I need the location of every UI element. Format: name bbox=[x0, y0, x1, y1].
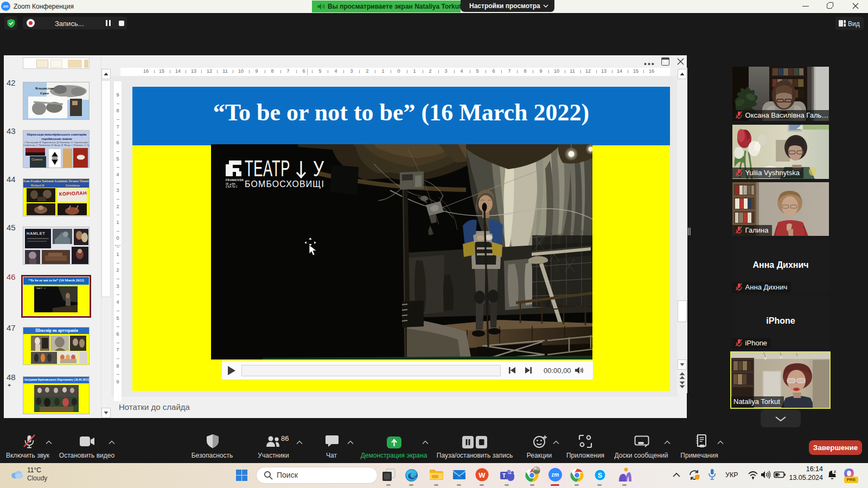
svg-text:FRANKIVSK: FRANKIVSK bbox=[226, 178, 244, 182]
svg-text:ТЕАТР: ТЕАТР bbox=[245, 156, 290, 181]
svg-text:БОМБОСХОВИЩІ: БОМБОСХОВИЩІ bbox=[245, 179, 324, 189]
svg-text:z: z bbox=[834, 469, 836, 474]
svg-text:W: W bbox=[478, 471, 486, 479]
svg-text:Z EA TE C: Z EA TE C bbox=[226, 185, 238, 188]
svg-text:T: T bbox=[502, 473, 506, 479]
svg-text:У: У bbox=[313, 157, 324, 181]
svg-text:S: S bbox=[598, 472, 602, 479]
